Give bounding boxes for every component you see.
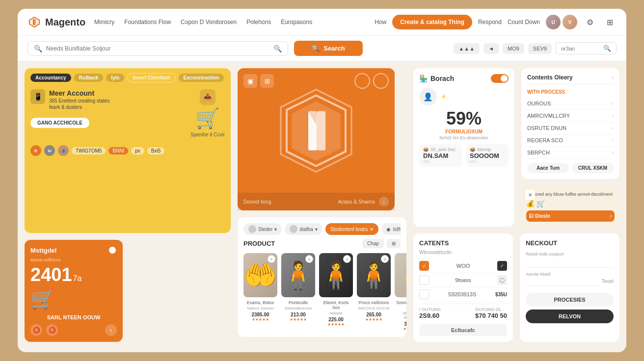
checkout-process-btn[interactable]: PROCESIES: [526, 293, 614, 307]
metric-1-sub: 906: [423, 159, 458, 164]
filter-sbotto[interactable]: Sbottortenf bndrs ✕: [325, 223, 379, 235]
product-name-5: Sonn bit, ocooo oeros: [395, 300, 406, 310]
mitigated-toggle[interactable]: [99, 246, 117, 255]
cat-ecltucafc-btn[interactable]: Ecltucafc: [419, 324, 507, 336]
cat-label-1: WOO: [456, 263, 470, 269]
chip-iyin[interactable]: Iyin: [106, 74, 124, 82]
chip-avatar-1: [248, 225, 256, 233]
product-check-3[interactable]: ○: [343, 255, 351, 263]
nav-item-europasons[interactable]: Europasons: [281, 19, 312, 26]
nav-pill-1[interactable]: ▲▲▲: [454, 43, 480, 54]
checkout-input-1[interactable]: [526, 259, 614, 268]
magento-icon-btn-1[interactable]: ▣: [243, 74, 257, 88]
how-link[interactable]: How: [375, 19, 386, 26]
cat-select-2[interactable]: [419, 275, 429, 285]
top-nav-right: ▲▲▲ ◄ MO9 SEV9 🔍: [369, 42, 617, 54]
nav-pill-3[interactable]: MO9: [503, 43, 524, 54]
search-icon-right[interactable]: 🔍: [273, 45, 282, 52]
magento-icons-right: [354, 73, 389, 89]
cat-action-2[interactable]: ◯: [497, 275, 507, 285]
checkout-place-btn[interactable]: RELVON: [526, 309, 614, 323]
sidebar-btn-1[interactable]: Aace Tum: [527, 163, 569, 173]
settings-icon[interactable]: ⚙: [583, 15, 597, 29]
sidebar-arrow[interactable]: ›: [612, 74, 614, 81]
checkout-field-1: Resoli todo coopurt: [526, 252, 614, 268]
product-img-3: 🧍 ○: [319, 253, 353, 297]
product-item-5: 🧍 ○ Sonn bit, ocooo oeros 36BSOML BULoCe…: [395, 253, 406, 331]
nav-pill-2[interactable]: ◄: [483, 43, 499, 54]
sidebar-item-5[interactable]: SBRPCH ›: [527, 147, 614, 159]
promo-icon-2: 🛒: [537, 200, 545, 207]
footer-tag-2[interactable]: BNNI: [108, 147, 128, 155]
footer-tag-1[interactable]: TWIG7OM5: [72, 147, 106, 155]
chap-filter-btn[interactable]: Chap: [362, 239, 384, 248]
nav-item-polehons[interactable]: Polehons: [246, 19, 271, 26]
cat-row-2: 9toass ◯: [419, 273, 507, 287]
promo-text: Bistored any bbuw futfbe anmot-decolimen…: [526, 191, 615, 197]
footer-arrow-btn[interactable]: ›: [379, 197, 389, 206]
create-button[interactable]: Create & catalog Thing: [392, 15, 472, 29]
promo-close-btn[interactable]: ✕: [525, 190, 535, 200]
metric-2-icon: 📦: [470, 147, 475, 152]
count-down-link[interactable]: Count Down: [508, 19, 540, 26]
footer-tag-4[interactable]: px: [131, 147, 144, 155]
phone-icon: 📱: [30, 89, 45, 104]
main-search-input[interactable]: [46, 45, 269, 52]
checkout-input-2[interactable]: [526, 278, 599, 286]
products-header: PRODUCT Chap ⊞: [243, 239, 401, 248]
cat-total-right: $70 740 50: [475, 312, 507, 319]
nav-item-copon[interactable]: Copon D Vonitorosen: [181, 19, 237, 26]
cat-totals: / OUTUNG 2S9.60 OUTUNG OL $70 740 50: [419, 304, 507, 322]
mitigated-footer: ⭕ ⭕ ›: [30, 324, 117, 336]
borach-percentage: 59%: [419, 108, 509, 129]
go-accounticole-btn[interactable]: GANO ACCHICOLE: [30, 118, 89, 128]
product-check-2[interactable]: ○: [305, 255, 313, 263]
logo-text: Magento: [45, 17, 85, 28]
chip-excon[interactable]: Exconstruction: [179, 74, 224, 82]
nav-item-mimicry[interactable]: Mimicry: [94, 19, 114, 26]
filter-diafba[interactable]: diafba ▾: [285, 223, 322, 235]
sidebar-arrow-4: ›: [612, 137, 614, 144]
top-nav-search-input[interactable]: [561, 46, 600, 52]
product-check-1[interactable]: ○: [268, 255, 275, 263]
nav-pill-4[interactable]: SEV9: [528, 43, 552, 54]
respond-link[interactable]: Respond: [478, 19, 502, 26]
cat-select-3[interactable]: [419, 289, 429, 299]
checkout-field-right: Teool: [602, 279, 614, 286]
avatar-1[interactable]: U: [546, 15, 561, 29]
grid-icon[interactable]: ⊞: [603, 15, 617, 29]
product-price-2: 213.00: [291, 312, 306, 317]
product-name-1: Exams, Botox: [247, 300, 274, 305]
sidebar-item-3[interactable]: DSRUTE DNUN ›: [527, 122, 614, 134]
sidebar-btn-2[interactable]: CRUL XSKM: [572, 163, 614, 173]
filter-istfil[interactable]: ◉ Istfilians: [381, 223, 401, 235]
avatar-2[interactable]: V: [563, 15, 577, 29]
footer-tag-5[interactable]: Bxi5: [147, 147, 164, 155]
metric-1: 📦 Sh_aniv Doc DN.SAM 906: [419, 144, 462, 167]
search-button[interactable]: 🔍 Search: [294, 41, 363, 56]
footer-avatar-2: bi: [44, 145, 55, 156]
grid-filter-btn[interactable]: ⊞: [387, 239, 401, 248]
borach-title-wrap: 🏪 Borach: [419, 75, 454, 82]
cat-action-1[interactable]: ✓: [497, 261, 507, 271]
product-check-4[interactable]: ○: [381, 255, 389, 263]
top-nav-search-icon[interactable]: 🔍: [603, 45, 611, 52]
sidebar-item-4[interactable]: REOERA SCO ›: [527, 134, 614, 147]
filter-steder[interactable]: Steder ▾: [243, 223, 282, 235]
metric-2-value: SOOOOM: [470, 152, 505, 159]
borach-toggle[interactable]: [491, 74, 509, 83]
cat-select-1[interactable]: ✓: [419, 261, 429, 271]
chip-invert[interactable]: Invert Clienttant: [127, 73, 175, 82]
chip-rutback[interactable]: Rutback: [74, 74, 103, 82]
chip-accountancy[interactable]: Accountancy: [30, 74, 71, 82]
footer-icon-arrow[interactable]: ›: [105, 324, 117, 336]
magento-icon-btn-2[interactable]: ⊞: [260, 74, 274, 88]
sidebar-item-1[interactable]: OUROUS ›: [527, 98, 614, 110]
sidebar-item-2[interactable]: AMRCIVMLLCRY ›: [527, 110, 614, 122]
cat-label-2: 9toass: [455, 277, 471, 283]
svg-rect-2: [33, 19, 34, 25]
side-text: Spenihe it Ccvir: [190, 132, 225, 137]
nav-item-foundations[interactable]: Foundations Flow: [124, 19, 171, 26]
search-row: 🔍 🔍 🔍 Search ▲▲▲ ◄ MO9 SEV9 🔍: [18, 36, 626, 61]
promo-go-button[interactable]: El Dioslo ›: [526, 210, 615, 222]
